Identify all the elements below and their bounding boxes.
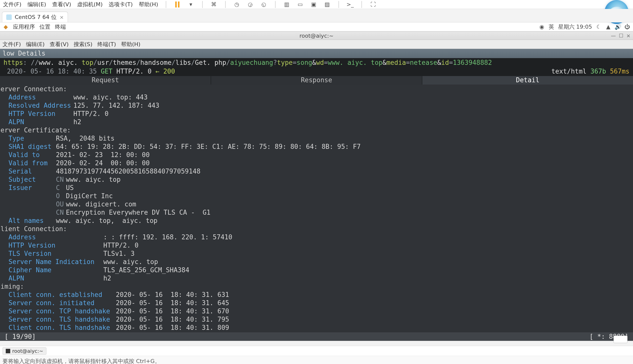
app-menu-view[interactable]: 查看(V) — [50, 41, 69, 48]
dropdown-icon[interactable]: ▾ — [187, 1, 195, 8]
url-host: www. aiyc. — [39, 59, 82, 66]
url-seg: handsome — [140, 59, 171, 66]
separator — [338, 1, 339, 8]
taskbar-item-terminal[interactable]: root@aiyc:~ — [3, 347, 46, 355]
app-menu-term[interactable]: 终端(T) — [97, 41, 116, 48]
ime-pill[interactable] — [613, 336, 627, 343]
mitmproxy-flow-area: low Details https: //www. aiyc. top/usr/… — [0, 49, 633, 341]
url-tld: top — [82, 59, 93, 66]
kv-row: Client conn. established2020- 05- 16 18:… — [0, 291, 633, 299]
menu-item-file[interactable]: 文件(F) — [3, 1, 22, 8]
tab-response[interactable]: Response — [211, 76, 422, 84]
kv-value: : : ffff: 192. 168. 220. 1: 57410 — [103, 233, 232, 241]
kv-key: Server Name Indication — [9, 258, 103, 266]
terminal-icon — [6, 349, 10, 353]
close-icon[interactable]: × — [626, 33, 630, 39]
snapshot-revert-icon[interactable]: ◶ — [247, 1, 254, 8]
section-timing: iming: — [0, 282, 633, 291]
menu-item-edit[interactable]: 编辑(E) — [28, 1, 46, 8]
dn-component: CN — [56, 208, 66, 217]
thumbnail-icon[interactable]: ▣ — [310, 1, 317, 8]
accessibility-icon[interactable]: ◉ — [539, 24, 545, 30]
kv-row: Valid from2020- 02- 24 00: 00: 00 — [0, 159, 633, 167]
panel-item-places[interactable]: 位置 — [40, 23, 50, 31]
guest-taskbar: root@aiyc:~ — [0, 346, 633, 356]
terminal-titlebar: root@aiyc:~ — ☐ × — [0, 32, 633, 40]
dn-component: CN — [56, 176, 66, 184]
maximize-icon[interactable]: ☐ — [619, 33, 623, 39]
kv-row: Addresswww. aiyc. top: 443 — [0, 93, 633, 102]
kv-key: Resolved Address — [9, 102, 73, 110]
window-title: root@aiyc:~ — [300, 33, 334, 39]
menu-item-tabs[interactable]: 选项卡(T) — [109, 1, 133, 8]
volume-icon[interactable]: 🔊 — [615, 24, 620, 30]
url-seg: libs — [175, 59, 191, 66]
fullscreen-icon[interactable]: ⛶ — [369, 1, 377, 8]
kv-row: Resolved Address125. 77. 142. 187: 443 — [0, 102, 633, 110]
kv-value: TLS_AES_256_GCM_SHA384 — [103, 266, 189, 274]
kv-row: TypeRSA, 2048 bits — [0, 134, 633, 142]
app-menu-file[interactable]: 文件(F) — [3, 41, 21, 48]
header-title: low Details — [3, 49, 45, 58]
status-timestamp: 2020- 05- 16 18: 40: 35 — [7, 68, 97, 75]
param-val: 1363948882 — [453, 59, 492, 66]
unity-icon[interactable]: ▭ — [297, 1, 304, 8]
status-bytes: 367b — [590, 68, 606, 75]
panel-item-terminal[interactable]: 终端 — [55, 23, 66, 31]
panel-item-apps[interactable]: 应用程序 — [13, 23, 35, 31]
kv-value: www. aiyc. top, aiyc. top — [56, 217, 157, 225]
ime-indicator[interactable]: 英 — [549, 23, 554, 31]
kv-key: Client conn. TLS handshake — [9, 324, 116, 332]
vmware-hint: 要将输入定向到该虚拟机，请将鼠标指针移入其中或按 Ctrl+G。 — [0, 356, 633, 364]
tab-request[interactable]: Request — [0, 76, 211, 84]
vm-tab-centos[interactable]: CentOS 7 64 位 × — [2, 12, 68, 22]
console-icon[interactable]: >_ — [346, 1, 354, 8]
kv-row: HTTP VersionHTTP/2. 0 — [0, 241, 633, 250]
kv-value: h2 — [73, 118, 81, 126]
kv-row: SHA1 digest64: 65: 19: 28: 2B: DD: 54: 3… — [0, 142, 633, 151]
layout-icon[interactable]: ▥ — [283, 1, 291, 8]
app-menu-edit[interactable]: 编辑(E) — [26, 41, 45, 48]
dn-component: OU — [56, 200, 66, 208]
kv-row: Server Name Indicationwww. aiyc. top — [0, 258, 633, 266]
kv-row-altnames: Alt nameswww. aiyc. top, aiyc. top — [0, 217, 633, 225]
flow-detail-body[interactable]: erver Connection: Addresswww. aiyc. top:… — [0, 84, 633, 332]
url-scheme: https — [4, 59, 23, 66]
snapshot-take-icon[interactable]: ◷ — [233, 1, 241, 8]
separator — [275, 1, 276, 8]
menu-item-help[interactable]: 帮助(H) — [139, 1, 158, 8]
network-icon[interactable]: ▲ — [605, 24, 611, 30]
close-icon[interactable]: × — [60, 14, 64, 20]
request-url-line: https: //www. aiyc. top/usr/themes/hands… — [0, 58, 633, 67]
flow-details-header: low Details — [0, 49, 633, 58]
snapshot-manage-icon[interactable]: ◵ — [260, 1, 268, 8]
slash-icon: / — [226, 59, 230, 66]
menu-item-vm[interactable]: 虚拟机(M) — [77, 1, 103, 8]
kv-row: Valid to2021- 02- 23 12: 00: 00 — [0, 151, 633, 159]
menu-item-view[interactable]: 查看(V) — [52, 1, 71, 8]
power-icon[interactable]: ⏻ — [624, 24, 630, 30]
kv-key: Subject — [9, 176, 56, 184]
panel-clock[interactable]: 星期六 19:05 — [558, 23, 592, 31]
kv-key: Valid to — [9, 151, 56, 159]
app-menu-search[interactable]: 搜索(S) — [74, 41, 92, 48]
kv-value: HTTP/2. 0 — [73, 110, 109, 118]
kv-row: Server conn. TLS handshake2020- 05- 16 1… — [0, 316, 633, 324]
kv-row-issuer-line: CNEncryption Everywhere DV TLS CA - G1 — [0, 208, 633, 217]
stretch-icon[interactable]: ▨ — [323, 1, 331, 8]
activities-icon[interactable]: ◆ — [3, 24, 9, 30]
kv-key: Cipher Name — [9, 266, 103, 274]
param-val: song — [297, 59, 312, 66]
tab-detail[interactable]: Detail — [422, 76, 633, 84]
pause-icon[interactable] — [174, 1, 181, 8]
param-key: media — [386, 59, 406, 66]
kv-value: RSA, 2048 bits — [56, 134, 115, 142]
app-menu-help[interactable]: 帮助(H) — [121, 41, 140, 48]
kv-key: Client conn. established — [9, 291, 116, 299]
kv-value: 2020- 05- 16 18: 40: 31. 631 — [116, 291, 229, 299]
minimize-icon[interactable]: — — [611, 33, 616, 39]
night-icon[interactable]: ☾ — [596, 24, 601, 30]
send-ctrl-alt-del-icon[interactable]: ⌘ — [210, 1, 218, 8]
kv-key: Issuer — [9, 184, 56, 192]
url-seg: usr — [97, 59, 109, 66]
